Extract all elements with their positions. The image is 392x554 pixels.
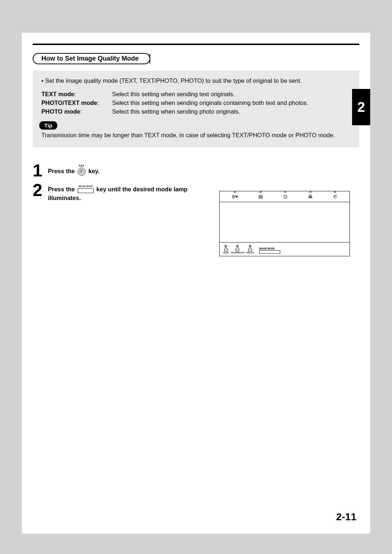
mode-row: PHOTO/TEXT mode Select this setting when… bbox=[41, 99, 354, 107]
step2-pre: Press the bbox=[48, 186, 77, 192]
control-panel-figure: 8⁄▾ ▤ ⊡ 🖶 ✆ 🗎 TEXT 🗎 TEXT/PHOTO 🗎 bbox=[219, 191, 350, 256]
mode-lamp bbox=[224, 249, 228, 251]
mode-textphoto: 🗎 TEXT/PHOTO bbox=[230, 244, 244, 254]
mode-text: 🗎 TEXT bbox=[223, 244, 229, 254]
mode-definitions: TEXT mode Select this setting when sendi… bbox=[41, 90, 354, 116]
top-rule bbox=[33, 44, 359, 45]
info-box: Set the image quality mode (TEXT, TEXT/P… bbox=[33, 71, 359, 147]
mode-photo: 🗎 PHOTO bbox=[246, 244, 254, 254]
step-number: 1 bbox=[33, 162, 45, 179]
mode-desc: Select this setting when sending origina… bbox=[112, 99, 354, 107]
step-number: 2 bbox=[33, 182, 45, 199]
step1-post: key. bbox=[88, 167, 99, 174]
image-mode-key-icon: IMAGE MODE bbox=[78, 185, 94, 193]
toner-icon: 8⁄▾ bbox=[232, 194, 238, 199]
panel-status-icons: 8⁄▾ ▤ ⊡ 🖶 ✆ bbox=[220, 191, 350, 202]
chapter-tab: 2 bbox=[352, 89, 370, 125]
page: 2 How to Set Image Quality Mode Set the … bbox=[22, 33, 370, 534]
step-body: Press the IMAGE MODE key until the desir… bbox=[48, 182, 193, 202]
page-number: 2-11 bbox=[336, 511, 356, 523]
panel-mode-row: 🗎 TEXT 🗎 TEXT/PHOTO 🗎 PHOTO IMAGE MODE bbox=[220, 242, 350, 256]
mode-desc: Select this setting when sending text or… bbox=[112, 90, 354, 99]
document-icon: 🗎 bbox=[236, 244, 240, 248]
section-title: How to Set Image Quality Mode bbox=[33, 53, 150, 64]
mode-term: PHOTO/TEXT mode bbox=[41, 99, 112, 107]
panel-lcd-screen bbox=[220, 202, 350, 242]
tip-text: Transmission time may be longer than TEX… bbox=[41, 131, 354, 139]
mode-label: PHOTO bbox=[246, 252, 254, 254]
handset-icon: ✆ bbox=[333, 194, 337, 199]
mode-term: TEXT mode bbox=[41, 90, 112, 99]
paper-icon: ▤ bbox=[258, 194, 263, 199]
document-icon: 🗎 bbox=[248, 244, 252, 248]
step-1: 1 Press the FAX ✆ key. bbox=[33, 162, 359, 179]
content-area: How to Set Image Quality Mode Set the im… bbox=[22, 33, 370, 202]
intro-bullet: Set the image quality mode (TEXT, TEXT/P… bbox=[41, 77, 354, 84]
mode-lamp bbox=[248, 249, 252, 251]
step1-pre: Press the bbox=[48, 167, 77, 174]
tip-badge: Tip bbox=[39, 121, 57, 130]
fax-key-inner-circle: ✆ bbox=[79, 169, 84, 174]
mode-lamp bbox=[236, 249, 239, 251]
mode-label: TEXT/PHOTO bbox=[230, 252, 244, 254]
mode-row: TEXT mode Select this setting when sendi… bbox=[41, 90, 354, 99]
mode-desc: Select this setting when sending photo o… bbox=[112, 107, 354, 116]
fax-key-label: FAX bbox=[79, 164, 84, 167]
section-title-wrap: How to Set Image Quality Mode bbox=[33, 53, 359, 64]
image-mode-key-rect bbox=[78, 188, 94, 193]
document-icon: 🗎 bbox=[224, 244, 228, 248]
mode-term: PHOTO mode bbox=[41, 107, 112, 116]
image-mode-key-label: IMAGE MODE bbox=[78, 185, 93, 188]
fax-key-icon: FAX ✆ bbox=[78, 164, 86, 176]
panel-image-mode-button: IMAGE MODE bbox=[259, 247, 280, 254]
panel-image-mode-label: IMAGE MODE bbox=[259, 247, 275, 250]
panel-image-mode-rect bbox=[259, 250, 280, 254]
mode-row: PHOTO mode Select this setting when send… bbox=[41, 107, 354, 116]
mode-label: TEXT bbox=[223, 252, 229, 254]
jam-icon: ⊡ bbox=[283, 194, 287, 199]
mode-lamps: 🗎 TEXT 🗎 TEXT/PHOTO 🗎 PHOTO bbox=[223, 244, 254, 254]
fax-key-outer-circle: ✆ bbox=[78, 168, 86, 176]
step-body: Press the FAX ✆ key. bbox=[48, 162, 359, 177]
printer-icon: 🖶 bbox=[308, 194, 313, 199]
